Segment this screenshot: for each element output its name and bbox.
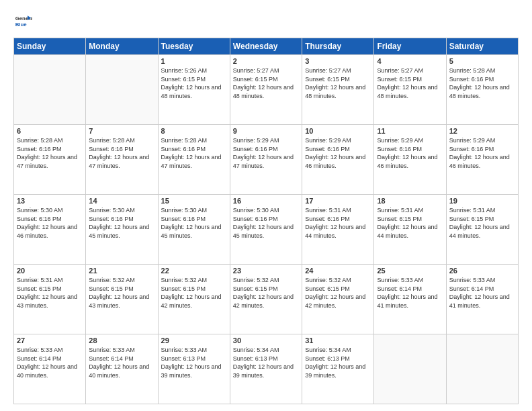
day-info: Sunrise: 5:33 AMSunset: 6:14 PMDaylight:… <box>377 276 443 310</box>
col-monday: Monday <box>86 38 158 55</box>
header: General Blue <box>13 12 519 31</box>
calendar-cell: 8Sunrise: 5:28 AMSunset: 6:16 PMDaylight… <box>158 125 230 195</box>
day-number: 9 <box>233 127 299 135</box>
calendar-cell <box>86 55 158 125</box>
day-info: Sunrise: 5:33 AMSunset: 6:14 PMDaylight:… <box>89 346 154 379</box>
calendar-cell: 4Sunrise: 5:27 AMSunset: 6:15 PMDaylight… <box>374 55 446 125</box>
calendar-cell: 29Sunrise: 5:33 AMSunset: 6:13 PMDayligh… <box>158 334 230 404</box>
day-number: 10 <box>305 127 371 135</box>
calendar-header-row: Sunday Monday Tuesday Wednesday Thursday… <box>14 38 519 55</box>
calendar-cell: 10Sunrise: 5:29 AMSunset: 6:16 PMDayligh… <box>302 125 374 195</box>
day-number: 7 <box>89 127 154 135</box>
calendar-cell: 3Sunrise: 5:27 AMSunset: 6:15 PMDaylight… <box>302 55 374 125</box>
calendar-cell: 22Sunrise: 5:32 AMSunset: 6:15 PMDayligh… <box>158 265 230 334</box>
day-number: 6 <box>17 127 83 135</box>
calendar-cell: 5Sunrise: 5:28 AMSunset: 6:16 PMDaylight… <box>446 55 518 125</box>
calendar-cell: 16Sunrise: 5:30 AMSunset: 6:16 PMDayligh… <box>230 195 302 265</box>
calendar-cell: 15Sunrise: 5:30 AMSunset: 6:16 PMDayligh… <box>158 195 230 265</box>
day-info: Sunrise: 5:28 AMSunset: 6:16 PMDaylight:… <box>17 136 83 170</box>
day-number: 5 <box>449 57 515 65</box>
col-sunday: Sunday <box>14 38 86 55</box>
calendar-table: Sunday Monday Tuesday Wednesday Thursday… <box>13 38 519 404</box>
calendar-cell <box>446 334 518 404</box>
day-number: 28 <box>89 336 154 345</box>
day-number: 16 <box>233 197 299 205</box>
calendar-week-row: 6Sunrise: 5:28 AMSunset: 6:16 PMDaylight… <box>14 125 519 195</box>
calendar-cell: 26Sunrise: 5:33 AMSunset: 6:14 PMDayligh… <box>446 265 518 334</box>
calendar-week-row: 20Sunrise: 5:31 AMSunset: 6:15 PMDayligh… <box>14 265 519 334</box>
day-info: Sunrise: 5:29 AMSunset: 6:16 PMDaylight:… <box>305 136 371 170</box>
day-number: 20 <box>17 267 83 275</box>
day-number: 19 <box>449 197 515 205</box>
day-number: 2 <box>233 57 299 65</box>
day-info: Sunrise: 5:33 AMSunset: 6:13 PMDaylight:… <box>161 346 227 379</box>
day-info: Sunrise: 5:28 AMSunset: 6:16 PMDaylight:… <box>89 136 154 170</box>
day-number: 14 <box>89 197 154 205</box>
day-number: 31 <box>305 336 371 345</box>
day-info: Sunrise: 5:29 AMSunset: 6:16 PMDaylight:… <box>377 136 443 170</box>
calendar-cell: 25Sunrise: 5:33 AMSunset: 6:14 PMDayligh… <box>374 265 446 334</box>
day-number: 26 <box>449 267 515 275</box>
calendar-cell: 1Sunrise: 5:26 AMSunset: 6:15 PMDaylight… <box>158 55 230 125</box>
calendar-cell <box>14 55 86 125</box>
day-number: 23 <box>233 267 299 275</box>
day-info: Sunrise: 5:32 AMSunset: 6:15 PMDaylight:… <box>233 276 299 310</box>
page: General Blue Sunday Monday Tuesday Wedne… <box>0 0 532 411</box>
day-number: 3 <box>305 57 371 65</box>
day-info: Sunrise: 5:27 AMSunset: 6:15 PMDaylight:… <box>233 66 299 100</box>
day-info: Sunrise: 5:33 AMSunset: 6:14 PMDaylight:… <box>449 276 515 310</box>
day-number: 15 <box>161 197 227 205</box>
day-number: 11 <box>377 127 443 135</box>
day-info: Sunrise: 5:30 AMSunset: 6:16 PMDaylight:… <box>161 206 227 240</box>
day-info: Sunrise: 5:27 AMSunset: 6:15 PMDaylight:… <box>305 66 371 100</box>
calendar-cell: 12Sunrise: 5:29 AMSunset: 6:16 PMDayligh… <box>446 125 518 195</box>
calendar-cell: 21Sunrise: 5:32 AMSunset: 6:15 PMDayligh… <box>86 265 158 334</box>
day-number: 18 <box>377 197 443 205</box>
day-number: 27 <box>17 336 83 345</box>
day-info: Sunrise: 5:34 AMSunset: 6:13 PMDaylight:… <box>233 346 299 379</box>
day-number: 22 <box>161 267 227 275</box>
calendar-cell: 19Sunrise: 5:31 AMSunset: 6:15 PMDayligh… <box>446 195 518 265</box>
calendar-cell: 24Sunrise: 5:32 AMSunset: 6:15 PMDayligh… <box>302 265 374 334</box>
calendar-week-row: 13Sunrise: 5:30 AMSunset: 6:16 PMDayligh… <box>14 195 519 265</box>
col-thursday: Thursday <box>302 38 374 55</box>
day-info: Sunrise: 5:30 AMSunset: 6:16 PMDaylight:… <box>17 206 83 240</box>
calendar-cell: 28Sunrise: 5:33 AMSunset: 6:14 PMDayligh… <box>86 334 158 404</box>
day-info: Sunrise: 5:30 AMSunset: 6:16 PMDaylight:… <box>89 206 154 240</box>
day-info: Sunrise: 5:30 AMSunset: 6:16 PMDaylight:… <box>233 206 299 240</box>
calendar-cell: 23Sunrise: 5:32 AMSunset: 6:15 PMDayligh… <box>230 265 302 334</box>
calendar-cell: 30Sunrise: 5:34 AMSunset: 6:13 PMDayligh… <box>230 334 302 404</box>
calendar-cell: 6Sunrise: 5:28 AMSunset: 6:16 PMDaylight… <box>14 125 86 195</box>
logo: General Blue <box>13 12 35 31</box>
day-number: 25 <box>377 267 443 275</box>
day-info: Sunrise: 5:34 AMSunset: 6:13 PMDaylight:… <box>305 346 371 379</box>
calendar-cell: 17Sunrise: 5:31 AMSunset: 6:16 PMDayligh… <box>302 195 374 265</box>
day-number: 4 <box>377 57 443 65</box>
day-info: Sunrise: 5:27 AMSunset: 6:15 PMDaylight:… <box>377 66 443 100</box>
day-info: Sunrise: 5:32 AMSunset: 6:15 PMDaylight:… <box>161 276 227 310</box>
day-info: Sunrise: 5:31 AMSunset: 6:15 PMDaylight:… <box>377 206 443 240</box>
day-number: 17 <box>305 197 371 205</box>
day-number: 8 <box>161 127 227 135</box>
calendar-week-row: 1Sunrise: 5:26 AMSunset: 6:15 PMDaylight… <box>14 55 519 125</box>
calendar-cell: 2Sunrise: 5:27 AMSunset: 6:15 PMDaylight… <box>230 55 302 125</box>
calendar-cell: 11Sunrise: 5:29 AMSunset: 6:16 PMDayligh… <box>374 125 446 195</box>
day-info: Sunrise: 5:29 AMSunset: 6:16 PMDaylight:… <box>449 136 515 170</box>
day-info: Sunrise: 5:31 AMSunset: 6:16 PMDaylight:… <box>305 206 371 240</box>
day-info: Sunrise: 5:29 AMSunset: 6:16 PMDaylight:… <box>233 136 299 170</box>
day-number: 30 <box>233 336 299 345</box>
day-number: 12 <box>449 127 515 135</box>
calendar-cell: 27Sunrise: 5:33 AMSunset: 6:14 PMDayligh… <box>14 334 86 404</box>
calendar-cell: 18Sunrise: 5:31 AMSunset: 6:15 PMDayligh… <box>374 195 446 265</box>
calendar-cell: 14Sunrise: 5:30 AMSunset: 6:16 PMDayligh… <box>86 195 158 265</box>
day-number: 24 <box>305 267 371 275</box>
col-friday: Friday <box>374 38 446 55</box>
svg-text:Blue: Blue <box>15 21 28 28</box>
day-info: Sunrise: 5:32 AMSunset: 6:15 PMDaylight:… <box>305 276 371 310</box>
day-number: 1 <box>161 57 227 65</box>
day-info: Sunrise: 5:33 AMSunset: 6:14 PMDaylight:… <box>17 346 83 379</box>
day-number: 13 <box>17 197 83 205</box>
calendar-cell <box>374 334 446 404</box>
day-number: 21 <box>89 267 154 275</box>
col-tuesday: Tuesday <box>158 38 230 55</box>
